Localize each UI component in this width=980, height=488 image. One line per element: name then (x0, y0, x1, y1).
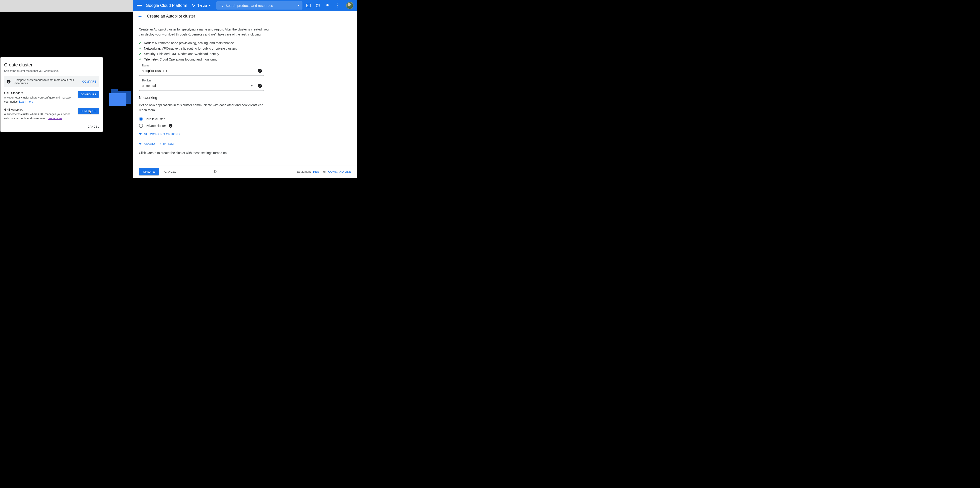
chevron-down-icon (139, 143, 142, 145)
svg-rect-2 (306, 4, 310, 7)
autopilot-title: GKE Autopilot (4, 108, 75, 111)
mode-standard-row: GKE Standard A Kubernetes cluster where … (4, 91, 99, 104)
compare-bar: i Compare cluster modes to learn more ab… (4, 76, 99, 87)
radio-label: Public cluster (146, 117, 165, 121)
project-name: Sysdig (197, 4, 207, 7)
feature-item: ✓Networking: VPC-native traffic routing … (139, 47, 351, 50)
search-input[interactable] (226, 4, 298, 8)
avatar[interactable] (346, 2, 353, 9)
autopilot-learn-more-link[interactable]: Learn more (48, 117, 62, 120)
help-icon[interactable] (316, 3, 320, 8)
footnote: Click Create to create the cluster with … (139, 151, 351, 155)
compare-message: Compare cluster modes to learn more abou… (14, 79, 82, 85)
name-help-icon[interactable]: ? (258, 69, 262, 73)
name-input[interactable] (142, 69, 255, 73)
info-icon: i (7, 80, 11, 84)
name-label: Name (141, 64, 150, 67)
chevron-down-icon (208, 5, 211, 6)
region-select[interactable]: us-central1 (139, 81, 264, 91)
rest-link[interactable]: REST (313, 170, 321, 173)
region-field: Region us-central1 ? (139, 81, 264, 91)
equivalent-links: Equivalent REST or COMMAND LINE (297, 170, 351, 173)
public-cluster-option[interactable]: Public cluster (139, 117, 351, 121)
notifications-icon[interactable] (325, 3, 330, 8)
dialog-cancel-button[interactable]: CANCEL (88, 125, 99, 128)
chevron-down-icon (139, 133, 142, 135)
gray-band (0, 0, 133, 12)
svg-point-8 (337, 6, 337, 8)
page-title: Create an Autopilot cluster (147, 14, 195, 19)
feature-item: ✓Nodes: Automated node provisioning, sca… (139, 41, 351, 45)
topbar-actions (306, 2, 353, 9)
compare-link[interactable]: COMPARE (82, 80, 96, 83)
advanced-options-expander[interactable]: ADVANCED OPTIONS (139, 142, 351, 146)
standard-learn-more-link[interactable]: Learn more (19, 100, 33, 103)
bottombar: CREATE CANCEL Equivalent REST or COMMAND… (133, 165, 357, 178)
standard-desc: A Kubernetes cluster where you configure… (4, 95, 75, 104)
left-region: Create cluster Select the cluster mode t… (0, 0, 133, 178)
search-icon (219, 3, 224, 8)
svg-line-1 (222, 6, 223, 7)
private-help-icon[interactable]: ? (169, 124, 172, 128)
name-field: Name ? (139, 66, 264, 76)
intro-text: Create an Autopilot cluster by specifyin… (139, 27, 271, 37)
dropdown-icon (251, 85, 253, 86)
search-box[interactable] (216, 2, 302, 10)
svg-point-0 (220, 4, 222, 6)
networking-options-expander[interactable]: NETWORKING OPTIONS (139, 132, 351, 136)
check-icon: ✓ (139, 41, 142, 45)
create-button[interactable]: CREATE (139, 168, 159, 176)
brand-logo[interactable]: Google Cloud Platform (146, 3, 187, 8)
dialog-subtitle: Select the cluster mode that you want to… (4, 70, 99, 73)
configure-standard-button[interactable]: CONFIGURE (78, 91, 99, 98)
search-dropdown-icon[interactable] (298, 5, 300, 6)
subheader: ← Create an Autopilot cluster (133, 11, 357, 22)
menu-icon[interactable] (137, 3, 142, 8)
create-cluster-dialog: Create cluster Select the cluster mode t… (0, 57, 103, 132)
project-picker[interactable]: Sysdig (192, 4, 211, 7)
back-arrow-icon[interactable]: ← (138, 13, 143, 19)
folder-illustration (109, 89, 131, 109)
radio-icon[interactable] (139, 124, 143, 128)
features-list: ✓Nodes: Automated node provisioning, sca… (139, 41, 351, 61)
command-line-link[interactable]: COMMAND LINE (328, 170, 351, 173)
cursor-icon (213, 170, 218, 176)
standard-title: GKE Standard (4, 91, 75, 95)
autopilot-desc: A Kubernetes cluster where GKE manages y… (4, 112, 75, 120)
dialog-title: Create cluster (4, 62, 99, 68)
check-icon: ✓ (139, 52, 142, 56)
check-icon: ✓ (139, 47, 142, 50)
region-label: Region (141, 79, 152, 82)
project-icon (192, 4, 196, 7)
private-cluster-option[interactable]: Private cluster ? (139, 124, 351, 128)
content-area: Create an Autopilot cluster by specifyin… (133, 22, 357, 165)
svg-point-5 (318, 6, 318, 7)
gcp-panel: Google Cloud Platform Sysdig (133, 0, 357, 178)
svg-point-6 (337, 3, 337, 4)
radio-label: Private cluster (146, 124, 166, 128)
networking-desc: Define how applications in this cluster … (139, 103, 266, 113)
mode-autopilot-row: GKE Autopilot A Kubernetes cluster where… (4, 108, 99, 120)
topbar: Google Cloud Platform Sysdig (133, 0, 357, 11)
cloud-shell-icon[interactable] (306, 3, 311, 8)
radio-icon[interactable] (139, 117, 143, 121)
check-icon: ✓ (139, 57, 142, 61)
networking-heading: Networking (139, 96, 351, 100)
more-icon[interactable] (335, 3, 339, 8)
configure-autopilot-button[interactable]: CONFIGURE (78, 108, 99, 114)
cancel-button[interactable]: CANCEL (164, 170, 177, 173)
feature-item: ✓Security: Shielded GKE Nodes and Worklo… (139, 52, 351, 56)
feature-item: ✓Telemetry: Cloud Operations logging and… (139, 57, 351, 61)
svg-point-7 (337, 5, 337, 6)
region-help-icon[interactable]: ? (258, 84, 262, 88)
